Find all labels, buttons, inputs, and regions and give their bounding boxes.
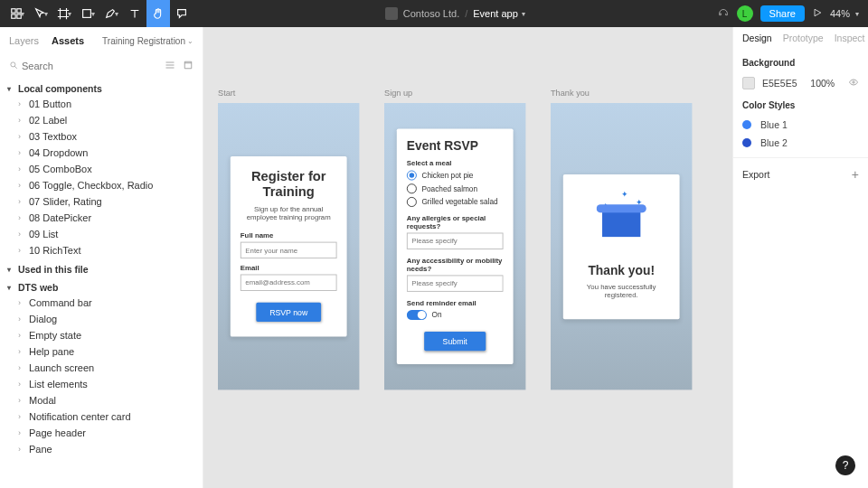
page-selector[interactable]: Training Registration ⌄ (102, 36, 193, 46)
plus-icon[interactable]: + (852, 167, 859, 182)
present-button[interactable] (812, 7, 823, 20)
frame-label[interactable]: Thank you (551, 88, 590, 97)
tree-item[interactable]: 01 Button (0, 96, 203, 112)
org-name: Contoso Ltd. (403, 8, 459, 19)
svg-rect-2 (12, 14, 15, 18)
card-rsvp: Event RSVP Select a meal Chicken pot pie… (397, 129, 514, 364)
frame-tool[interactable]: ▾ (52, 0, 76, 27)
tree-item[interactable]: List elements (0, 376, 203, 392)
tree-item[interactable]: Command bar (0, 295, 203, 311)
avatar[interactable]: L (737, 5, 753, 22)
card-register: Register for Training Sign up for the an… (231, 156, 347, 337)
frame-start[interactable]: Register for Training Sign up for the an… (218, 103, 359, 389)
tree-item[interactable]: 06 Toggle, Checkbox, Radio (0, 177, 203, 193)
tree-item[interactable]: 05 ComboBox (0, 161, 203, 177)
tree-section[interactable]: DTS web (0, 277, 203, 295)
main-menu[interactable]: ▾ (5, 0, 29, 27)
reminder-toggle[interactable] (407, 310, 427, 320)
tab-design[interactable]: Design (742, 33, 772, 43)
list-view-icon[interactable] (165, 60, 175, 72)
library-icon[interactable] (183, 60, 193, 72)
zoom-level[interactable]: 44% (830, 8, 850, 19)
svg-point-6 (853, 81, 854, 83)
file-breadcrumb[interactable]: Contoso Ltd. / Event app ▾ (193, 7, 717, 20)
help-button[interactable]: ? (835, 455, 855, 475)
tab-inspect[interactable]: Inspect (835, 33, 865, 43)
svg-rect-4 (83, 10, 91, 18)
tree-item[interactable]: 03 Textbox (0, 128, 203, 145)
email-field[interactable] (241, 275, 337, 291)
tree-item[interactable]: 04 Dropdown (0, 145, 203, 161)
card-title: Register for Training (241, 168, 337, 200)
allergies-field[interactable] (407, 233, 504, 249)
left-panel: Layers Assets Training Registration ⌄ Lo… (0, 27, 203, 488)
tree-item[interactable]: Help pane (0, 343, 203, 360)
export-section[interactable]: Export+ (733, 157, 868, 191)
frame-label[interactable]: Start (218, 88, 235, 97)
frame-thankyou[interactable]: ✦ ✦ ✦ Thank you! You have successfully r… (551, 103, 692, 389)
tree-item[interactable]: 07 Slider, Rating (0, 193, 203, 210)
frame-signup[interactable]: Event RSVP Select a meal Chicken pot pie… (384, 103, 525, 389)
org-logo-icon (385, 7, 398, 20)
move-tool[interactable]: ▾ (29, 0, 52, 27)
thanks-illustration: ✦ ✦ ✦ (573, 189, 670, 256)
tree-item[interactable]: Modal (0, 392, 203, 408)
hand-tool[interactable] (146, 0, 170, 27)
tree-item[interactable]: 02 Label (0, 112, 203, 128)
right-panel: Design Prototype Inspect Background E5E5… (732, 27, 868, 488)
tree-item[interactable]: Launch screen (0, 360, 203, 376)
tree-item[interactable]: Empty state (0, 327, 203, 343)
tab-layers[interactable]: Layers (9, 35, 39, 46)
search-icon (9, 61, 18, 71)
comment-tool[interactable] (170, 0, 193, 27)
asset-search-input[interactable] (18, 58, 165, 74)
color-style-row[interactable]: Blue 1 (733, 116, 868, 134)
canvas[interactable]: ↖ Start Register for Training Sign up fo… (203, 27, 732, 488)
background-section: Background (733, 51, 868, 73)
card-thanks: ✦ ✦ ✦ Thank you! You have successfully r… (563, 174, 680, 319)
accessibility-field[interactable] (407, 275, 504, 291)
color-style-row[interactable]: Blue 2 (733, 134, 868, 152)
chevron-down-icon: ▾ (522, 10, 525, 18)
submit-button[interactable]: Submit (424, 332, 486, 351)
tree-item[interactable]: 09 List (0, 226, 203, 242)
tab-prototype[interactable]: Prototype (783, 33, 824, 43)
bg-opacity[interactable]: 100% (810, 78, 835, 89)
tool-group: ▾ ▾ ▾ ▾ ▾ (0, 0, 193, 27)
asset-tree: Local components01 Button02 Label03 Text… (0, 78, 203, 488)
tree-item[interactable]: 08 DatePicker (0, 210, 203, 226)
tree-section[interactable]: Used in this file (0, 258, 203, 277)
colorstyles-section: Color Styles (733, 93, 868, 116)
tab-assets[interactable]: Assets (52, 35, 84, 46)
pen-tool[interactable]: ▾ (99, 0, 123, 27)
meal-option[interactable]: Grilled vegetable salad (407, 197, 504, 207)
frame-label[interactable]: Sign up (384, 88, 412, 97)
visibility-icon[interactable] (848, 77, 859, 89)
svg-point-5 (11, 62, 15, 67)
fullname-field[interactable] (241, 242, 337, 258)
text-tool[interactable] (123, 0, 146, 27)
meal-option[interactable]: Chicken pot pie (407, 171, 504, 181)
app-toolbar: ▾ ▾ ▾ ▾ ▾ Contoso Ltd. / Event app ▾ L S… (0, 0, 868, 27)
tree-item[interactable]: Notification center card (0, 408, 203, 425)
toolbar-right: L Share 44%▾ (717, 5, 868, 22)
svg-rect-0 (12, 9, 15, 13)
meal-option[interactable]: Poached salmon (407, 183, 504, 193)
tree-item[interactable]: Pane (0, 441, 203, 457)
rsvp-button[interactable]: RSVP now (256, 303, 321, 322)
audio-icon[interactable] (717, 6, 730, 21)
share-button[interactable]: Share (760, 5, 805, 22)
shape-tool[interactable]: ▾ (76, 0, 99, 27)
bg-hex[interactable]: E5E5E5 (762, 78, 797, 89)
tree-section[interactable]: Local components (0, 78, 203, 96)
tree-item[interactable]: 10 RichText (0, 242, 203, 258)
file-name: Event app (473, 8, 518, 19)
card-subtitle: Sign up for the annual employee training… (241, 204, 337, 221)
tree-item[interactable]: Dialog (0, 311, 203, 327)
bg-swatch[interactable] (742, 77, 755, 89)
tree-item[interactable]: Page header (0, 425, 203, 441)
